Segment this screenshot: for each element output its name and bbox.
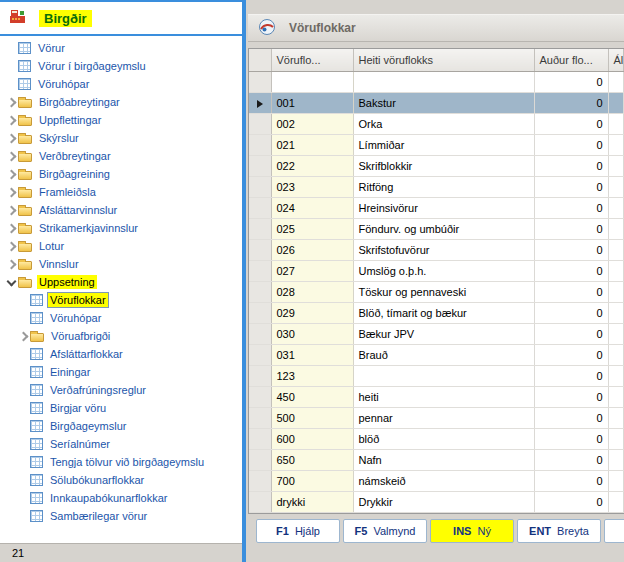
sidebar-item-sambaerilegar-vorur[interactable]: Sambærilegar vörur — [0, 507, 242, 525]
code-cell[interactable]: 031 — [271, 344, 353, 365]
sidebar-item-uppsetning[interactable]: Uppsetning — [0, 273, 242, 291]
table-row[interactable]: 023Ritföng0 — [249, 176, 624, 197]
extra-cell[interactable] — [608, 71, 624, 92]
extra-cell[interactable] — [608, 197, 624, 218]
chevron-right-icon[interactable] — [4, 131, 18, 145]
chevron-right-icon[interactable] — [4, 203, 18, 217]
code-cell[interactable]: 024 — [271, 197, 353, 218]
name-cell[interactable]: Skrifblokkir — [353, 155, 534, 176]
name-cell[interactable]: Bakstur — [353, 92, 534, 113]
sidebar-item-strikamerkjavinnslur[interactable]: Strikamerkjavinnslur — [0, 219, 242, 237]
name-cell[interactable]: Orka — [353, 113, 534, 134]
row-selector-cell[interactable] — [249, 407, 271, 428]
audur-cell[interactable]: 0 — [534, 176, 608, 197]
table-row[interactable]: 022Skrifblokkir0 — [249, 155, 624, 176]
sidebar-item-voruhopar[interactable]: Vöruhópar — [0, 75, 242, 93]
row-selector-cell[interactable] — [249, 239, 271, 260]
table-row[interactable]: 002Orka0 — [249, 113, 624, 134]
row-selector-cell[interactable] — [249, 197, 271, 218]
extra-cell[interactable] — [608, 176, 624, 197]
menu-button[interactable]: F5Valmynd — [343, 519, 427, 543]
table-row[interactable]: 026Skrifstofuvörur0 — [249, 239, 624, 260]
sidebar-item-vorur-i-birgdageymslu[interactable]: Vörur í birgðageymslu — [0, 57, 242, 75]
table-row[interactable]: 028Töskur og pennaveski0 — [249, 281, 624, 302]
table-row[interactable]: 031Brauð0 — [249, 344, 624, 365]
code-cell[interactable] — [271, 71, 353, 92]
column-header-audur-flo[interactable]: Auður flo... — [534, 49, 608, 71]
extra-cell[interactable] — [608, 281, 624, 302]
audur-cell[interactable]: 0 — [534, 491, 608, 512]
extra-cell[interactable] — [608, 218, 624, 239]
audur-cell[interactable]: 0 — [534, 470, 608, 491]
name-cell[interactable]: Blöð, tímarit og bækur — [353, 302, 534, 323]
name-cell[interactable]: Ritföng — [353, 176, 534, 197]
sidebar-item-vorur[interactable]: Vörur — [0, 39, 242, 57]
code-cell[interactable]: 500 — [271, 407, 353, 428]
audur-cell[interactable]: 0 — [534, 92, 608, 113]
extra-cell[interactable] — [608, 449, 624, 470]
extra-cell[interactable] — [608, 113, 624, 134]
table-row[interactable]: 027Umslög o.þ.h.0 — [249, 260, 624, 281]
row-selector-cell[interactable] — [249, 491, 271, 512]
column-header-al[interactable]: Ál... — [608, 49, 624, 71]
row-selector-cell[interactable] — [249, 470, 271, 491]
help-button[interactable]: F1Hjálp — [256, 519, 340, 543]
row-selector-cell[interactable] — [249, 386, 271, 407]
audur-cell[interactable]: 0 — [534, 134, 608, 155]
name-cell[interactable] — [353, 71, 534, 92]
code-cell[interactable]: 023 — [271, 176, 353, 197]
audur-cell[interactable]: 0 — [534, 323, 608, 344]
table-row[interactable]: 029Blöð, tímarit og bækur0 — [249, 302, 624, 323]
extra-cell[interactable] — [608, 155, 624, 176]
extra-cell[interactable] — [608, 134, 624, 155]
code-cell[interactable]: 021 — [271, 134, 353, 155]
sidebar-item-afslattarvinnslur[interactable]: Afsláttarvinnslur — [0, 201, 242, 219]
name-cell[interactable]: námskeið — [353, 470, 534, 491]
sidebar-item-birgjar-voru[interactable]: Birgjar vöru — [0, 399, 242, 417]
column-header-voruflo[interactable]: Vöruflo... — [271, 49, 353, 71]
code-cell[interactable]: 025 — [271, 218, 353, 239]
row-selector-cell[interactable] — [249, 428, 271, 449]
code-cell[interactable]: 029 — [271, 302, 353, 323]
chevron-right-icon[interactable] — [4, 113, 18, 127]
sidebar-item-voruhopar[interactable]: Vöruhópar — [0, 309, 242, 327]
code-cell[interactable]: 028 — [271, 281, 353, 302]
sidebar-item-innkaupabokunarflokkar[interactable]: Innkaupabókunarflokkar — [0, 489, 242, 507]
name-cell[interactable]: Bækur JPV — [353, 323, 534, 344]
code-cell[interactable]: 123 — [271, 365, 353, 386]
audur-cell[interactable]: 0 — [534, 428, 608, 449]
extra-cell[interactable] — [608, 491, 624, 512]
edit-button[interactable]: ENTBreyta — [517, 519, 601, 543]
name-cell[interactable]: Skrifstofuvörur — [353, 239, 534, 260]
extra-cell[interactable] — [608, 302, 624, 323]
table-row[interactable]: 024Hreinsivörur0 — [249, 197, 624, 218]
table-row[interactable]: 650Nafn0 — [249, 449, 624, 470]
row-selector-cell[interactable] — [249, 260, 271, 281]
code-cell[interactable]: 027 — [271, 260, 353, 281]
chevron-right-icon[interactable] — [16, 329, 30, 343]
window-titlebar[interactable]: Vöruflokkar — [248, 14, 624, 42]
name-cell[interactable]: Drykkir — [353, 491, 534, 512]
extra-cell[interactable] — [608, 386, 624, 407]
row-selector-cell[interactable] — [249, 344, 271, 365]
audur-cell[interactable]: 0 — [534, 218, 608, 239]
name-cell[interactable]: Nafn — [353, 449, 534, 470]
audur-cell[interactable]: 0 — [534, 113, 608, 134]
name-cell[interactable] — [353, 365, 534, 386]
name-cell[interactable]: Brauð — [353, 344, 534, 365]
chevron-right-icon[interactable] — [4, 149, 18, 163]
row-selector-cell[interactable] — [249, 449, 271, 470]
name-cell[interactable]: blöð — [353, 428, 534, 449]
name-cell[interactable]: Töskur og pennaveski — [353, 281, 534, 302]
name-cell[interactable]: pennar — [353, 407, 534, 428]
code-cell[interactable]: drykki — [271, 491, 353, 512]
row-selector-cell[interactable] — [249, 92, 271, 113]
table-row[interactable]: 500pennar0 — [249, 407, 624, 428]
audur-cell[interactable]: 0 — [534, 155, 608, 176]
row-selector-cell[interactable] — [249, 218, 271, 239]
sidebar-item-voruafbrigdi[interactable]: Vöruafbrigði — [0, 327, 242, 345]
sidebar-item-solubokunarflokkar[interactable]: Sölubókunarflokkar — [0, 471, 242, 489]
table-row[interactable]: 001Bakstur0 — [249, 92, 624, 113]
name-cell[interactable]: Umslög o.þ.h. — [353, 260, 534, 281]
table-row[interactable]: drykkiDrykkir0 — [249, 491, 624, 512]
